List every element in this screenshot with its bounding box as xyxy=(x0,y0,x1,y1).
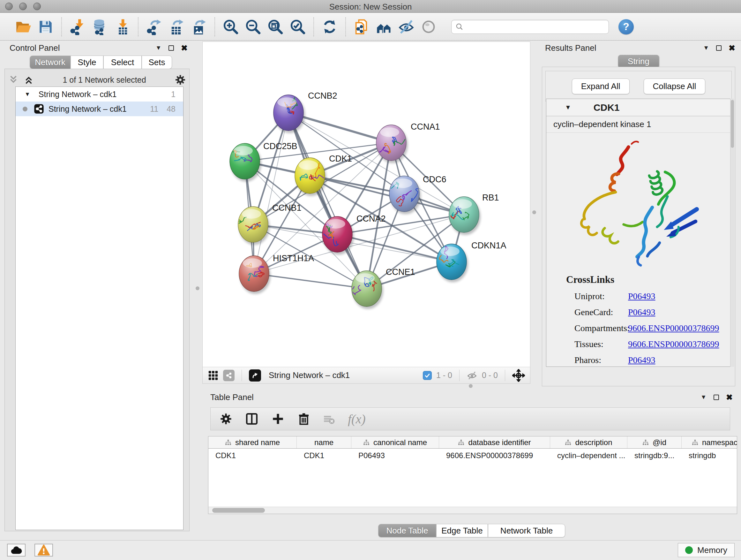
zoom-out-button[interactable] xyxy=(244,17,262,36)
attribute-icon xyxy=(225,439,231,446)
uniprot-link[interactable]: P06493 xyxy=(628,291,656,301)
memory-button[interactable]: Memory xyxy=(678,543,735,557)
pan-move-icon[interactable] xyxy=(512,369,525,382)
collapse-panel-icon[interactable]: ▼ xyxy=(155,44,161,51)
toolbar-separator xyxy=(138,17,138,37)
selected-nodes-checkbox[interactable] xyxy=(423,371,432,380)
export-table-button[interactable] xyxy=(167,17,186,36)
warning-icon xyxy=(37,544,50,557)
check-icon xyxy=(424,372,430,379)
compartments-link[interactable]: 9606.ENSP00000378699 xyxy=(628,323,719,333)
column-header-namespace[interactable]: namespace xyxy=(682,436,737,448)
column-header-description[interactable]: description xyxy=(550,436,627,448)
column-header-database-identifier[interactable]: database identifier xyxy=(439,436,550,448)
search-input[interactable] xyxy=(466,22,603,31)
hidden-counts: 0 - 0 xyxy=(482,371,498,380)
show-columns-icon[interactable] xyxy=(245,412,259,426)
zoom-selected-button[interactable] xyxy=(288,17,307,36)
collapse-panel-icon[interactable]: ▼ xyxy=(700,394,706,401)
grid-view-icon[interactable] xyxy=(208,370,219,381)
left-splitter-handle[interactable] xyxy=(196,287,199,290)
refresh-button[interactable] xyxy=(320,17,339,36)
import-network-database-button[interactable] xyxy=(91,17,109,36)
import-table-button[interactable] xyxy=(113,17,131,36)
export-network-button[interactable] xyxy=(145,17,163,36)
collapse-panel-icon[interactable]: ▼ xyxy=(703,44,709,51)
scrollbar-thumb[interactable] xyxy=(212,508,265,513)
column-header-canonical-name[interactable]: canonical name xyxy=(351,436,439,448)
zoom-fit-button[interactable] xyxy=(266,17,285,36)
network-collection-row[interactable]: ▼ String Network – cdk1 1 xyxy=(16,87,183,102)
column-header-id[interactable]: @id xyxy=(627,436,682,448)
open-session-button[interactable] xyxy=(14,17,32,36)
tab-network-table[interactable]: Network Table xyxy=(488,524,565,537)
network-label: String Network – cdk1 xyxy=(49,105,127,114)
protein-card-header[interactable]: ▼ CDK1 xyxy=(546,99,730,116)
tab-network[interactable]: Network xyxy=(30,56,71,69)
expand-all-icon[interactable] xyxy=(23,74,34,85)
warnings-button[interactable] xyxy=(35,544,53,557)
float-panel-icon[interactable] xyxy=(716,45,722,51)
collapse-all-icon[interactable] xyxy=(8,74,19,85)
tab-select[interactable]: Select xyxy=(104,56,142,69)
table-gear-icon[interactable] xyxy=(219,413,232,425)
tab-string[interactable]: String xyxy=(618,55,659,68)
results-scrollbar[interactable] xyxy=(730,99,734,367)
attribute-icon xyxy=(565,439,571,446)
collection-count: 1 xyxy=(171,90,176,99)
import-table-icon xyxy=(114,18,131,35)
tab-node-table[interactable]: Node Table xyxy=(378,524,436,537)
tab-style[interactable]: Style xyxy=(71,56,104,69)
close-panel-icon[interactable]: ✖ xyxy=(181,44,188,52)
float-panel-icon[interactable] xyxy=(169,45,174,51)
toolbar-separator xyxy=(61,17,62,37)
pharos-link[interactable]: P06493 xyxy=(628,355,656,365)
table-horizontal-scrollbar[interactable] xyxy=(208,507,737,514)
selected-counts: 1 - 0 xyxy=(436,371,452,380)
show-all-button[interactable] xyxy=(419,17,438,36)
delete-column-icon[interactable] xyxy=(297,413,310,425)
gear-icon[interactable] xyxy=(175,74,186,85)
save-session-button[interactable] xyxy=(37,17,55,36)
help-button[interactable]: ? xyxy=(618,19,634,35)
save-floppy-icon xyxy=(38,19,54,35)
crosslinks-title: CrossLinks xyxy=(566,274,730,286)
close-panel-icon[interactable]: ✖ xyxy=(729,44,735,52)
import-network-file-button[interactable] xyxy=(68,17,87,36)
crosslink-row: Pharos: P06493 xyxy=(575,355,730,365)
tab-edge-table[interactable]: Edge Table xyxy=(436,524,488,537)
crosslink-row: Compartments: 9606.ENSP00000378699 xyxy=(575,323,730,333)
hide-unhide-button[interactable] xyxy=(397,17,415,36)
network-canvas[interactable]: CCNB2CCNA1CDC25BCDK1CDC6RB1CCNB1CCNA2CDK… xyxy=(203,42,530,367)
search-box xyxy=(451,20,609,34)
birdseye-toggle-button[interactable] xyxy=(223,370,234,381)
results-scrollbar-thumb[interactable] xyxy=(731,100,734,148)
hidden-eye-slash-icon[interactable] xyxy=(467,370,477,381)
right-splitter-handle[interactable] xyxy=(532,210,536,214)
column-header-shared-name[interactable]: shared name xyxy=(208,436,297,448)
float-panel-icon[interactable] xyxy=(714,395,719,400)
network-view-toolbar: String Network – cdk1 1 - 0 0 - 0 xyxy=(203,367,530,383)
export-view-button[interactable] xyxy=(249,369,261,381)
add-column-icon[interactable] xyxy=(271,412,285,426)
zoom-in-button[interactable] xyxy=(221,17,240,36)
tab-sets[interactable]: Sets xyxy=(142,56,172,69)
string-home-button[interactable] xyxy=(375,17,393,36)
tissues-link[interactable]: 9606.ENSP00000378699 xyxy=(628,339,719,349)
card-collapse-icon[interactable]: ▼ xyxy=(565,104,571,111)
collapse-all-button[interactable]: Collapse All xyxy=(644,78,705,94)
genecard-link[interactable]: P06493 xyxy=(628,307,656,317)
tree-expand-icon[interactable]: ▼ xyxy=(24,91,30,98)
node-label-CDKN1A: CDKN1A xyxy=(471,241,507,250)
table-row[interactable]: CDK1 CDK1 P06493 9606.ENSP00000378699 cy… xyxy=(208,449,737,462)
clone-network-button[interactable] xyxy=(352,17,371,36)
cloud-status-button[interactable] xyxy=(7,544,25,557)
close-panel-icon[interactable]: ✖ xyxy=(726,393,733,401)
window-title: Session: New Session xyxy=(0,2,741,12)
expand-all-button[interactable]: Expand All xyxy=(572,78,630,94)
delete-table-icon xyxy=(323,413,335,425)
column-header-name[interactable]: name xyxy=(297,436,351,448)
export-image-button[interactable] xyxy=(190,17,208,36)
network-row-selected[interactable]: String Network – cdk1 11 48 xyxy=(16,102,183,116)
control-panel: Control Panel ▼ ✖ Network Style Select S… xyxy=(4,42,190,531)
